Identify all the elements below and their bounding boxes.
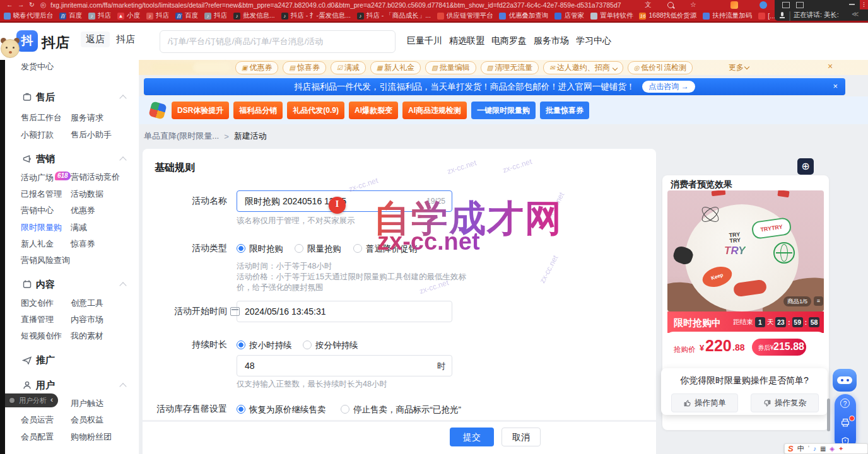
radio-normal-discount[interactable]: [353, 244, 362, 253]
radio-stop-sale[interactable]: [341, 405, 349, 414]
chevron-up-icon[interactable]: [119, 156, 126, 163]
welfare-distribution-button[interactable]: 福利品分销: [233, 102, 283, 119]
ime-keyboard-icon[interactable]: ▦: [820, 445, 826, 452]
help-icon[interactable]: ?: [840, 399, 850, 408]
bookmark-item[interactable]: 扶持流量加码: [703, 11, 752, 20]
site-info-icon[interactable]: ◎: [40, 1, 46, 8]
minimize-icon[interactable]: [849, 4, 855, 5]
newcomer-gift-pill[interactable]: ▦新人礼金: [370, 61, 421, 74]
forward-icon[interactable]: →: [18, 1, 25, 8]
submit-button[interactable]: 提交: [450, 428, 494, 446]
sidebar-item[interactable]: 小额打款: [21, 129, 54, 141]
nav-luopan[interactable]: 电商罗盘: [491, 35, 527, 47]
consult-button[interactable]: 点击咨询 →: [642, 81, 695, 93]
sidebar-item[interactable]: 服务请求: [71, 112, 103, 124]
app-logo-text[interactable]: 抖店: [42, 33, 69, 52]
sidebar-item[interactable]: 会员权益: [71, 414, 103, 426]
dsr-button[interactable]: DSR体验提升: [172, 102, 229, 119]
radio-restore-price[interactable]: [237, 405, 245, 414]
sidebar-item[interactable]: 营销中心: [21, 205, 54, 216]
nav-lianmeng[interactable]: 精选联盟: [449, 35, 484, 47]
bookmark-item[interactable]: ♪抖店: [204, 11, 227, 20]
cancel-button[interactable]: 取消: [501, 428, 541, 446]
coupon-pill[interactable]: ▣优惠券: [235, 61, 278, 74]
bookmark-item[interactable]: 供应链管理平台: [437, 11, 493, 20]
bookmark-item[interactable]: ♪抖店 - 扌-蛋发信息...: [281, 11, 351, 20]
url-bar[interactable]: fxg.jinritemai.com/ffa/marketing/tools/l…: [50, 1, 637, 9]
section-user[interactable]: 用户: [36, 380, 55, 392]
scrollbar-thumb[interactable]: [827, 399, 830, 431]
bookmark-star-icon[interactable]: ☆: [690, 1, 696, 9]
bookmark-item[interactable]: ♪抖店 - 「商品成长」...: [357, 11, 431, 20]
feedback-simple-button[interactable]: 操作简单: [671, 393, 738, 412]
chevron-up-icon[interactable]: [119, 383, 126, 390]
calendar-icon[interactable]: [230, 307, 240, 316]
back-icon[interactable]: ←: [6, 1, 13, 8]
sidebar-item[interactable]: 新人礼金: [21, 238, 54, 250]
bookmark-item[interactable]: ♪抖店: [88, 11, 111, 20]
ime-voice-icon[interactable]: ♪: [813, 445, 816, 452]
bookmark-item[interactable]: 置单转软件: [590, 11, 633, 20]
sidebar-item[interactable]: 营销活动竞价: [71, 172, 120, 183]
chevron-up-icon[interactable]: [119, 282, 126, 289]
collapse-left-icon[interactable]: ‹: [50, 395, 53, 404]
sidebar-item[interactable]: 用户触达: [71, 398, 103, 409]
sidebar-item[interactable]: 我的素材: [71, 330, 103, 342]
nav-qianchuan[interactable]: 巨量千川: [407, 35, 442, 47]
price-detect-pill[interactable]: ◎低价引流检测: [628, 61, 693, 74]
feedback-complex-button[interactable]: 操作复杂: [751, 393, 819, 412]
ime-skin-icon[interactable]: ◈: [830, 445, 835, 452]
sidebar-item[interactable]: 会员配置: [21, 431, 54, 443]
zoom-in-icon[interactable]: ⊕: [797, 158, 814, 175]
bookmark-item[interactable]: 百百度: [175, 11, 198, 20]
sidebar-item[interactable]: 售后工作台: [21, 112, 62, 124]
window-icon[interactable]: [782, 2, 790, 8]
section-marketing[interactable]: 营销: [36, 153, 55, 165]
ai-hot-button[interactable]: AI爆款裂变: [349, 102, 398, 119]
sidebar-item[interactable]: 创意工具: [71, 298, 103, 309]
radio-flash-sale[interactable]: [237, 244, 245, 253]
discount-pill[interactable]: ☑满减: [331, 61, 366, 74]
sidebar-item[interactable]: 已报名管理: [21, 189, 62, 200]
sidebar-item[interactable]: 内容市场: [71, 314, 103, 325]
promo-close-icon[interactable]: ×: [828, 61, 833, 71]
one-key-limitsales-button[interactable]: 一键限时限量购: [471, 102, 536, 119]
bookmark-item[interactable]: 优惠叠加查询: [499, 11, 548, 20]
nav-market[interactable]: 服务市场: [534, 35, 569, 47]
ime-logo[interactable]: S: [788, 444, 794, 453]
bookmark-item[interactable]: ♪批发信息...: [233, 11, 275, 20]
section-aftersale[interactable]: 售后: [36, 91, 55, 103]
gift-dropship-button[interactable]: 礼品代发(0.9): [287, 102, 344, 119]
sidebar-item[interactable]: 直播管理: [21, 314, 54, 325]
bookmark-item[interactable]: 百百度: [59, 11, 82, 20]
more-link[interactable]: 更多: [729, 62, 749, 73]
overlay-ghost-label[interactable]: 用户分析: [19, 396, 47, 405]
sidebar-item[interactable]: 活动数据: [71, 189, 103, 200]
search-icon[interactable]: [667, 2, 674, 8]
bookmark-item[interactable]: 晓春代理后台: [4, 11, 53, 20]
breadcrumb-parent[interactable]: 单品直降(限时限量...: [144, 131, 219, 142]
reload-icon[interactable]: ↻: [29, 1, 35, 8]
ai-violation-button[interactable]: AI商品违规检测: [402, 102, 467, 119]
bookmark-item[interactable]: ♪抖店: [146, 11, 169, 20]
ime-toolbar[interactable]: S 中 ’ ♪ ▦ ◈ ✦: [784, 443, 868, 454]
translate-icon[interactable]: 文: [645, 1, 652, 9]
radio-by-hour[interactable]: [237, 340, 245, 349]
batch-edit-pill[interactable]: ▧批量编辑: [425, 61, 476, 74]
section-content[interactable]: 内容: [36, 279, 55, 291]
tab-back-shop[interactable]: 返店: [81, 32, 110, 47]
radio-limit-qty[interactable]: [295, 244, 303, 253]
collapse-arrows-icon[interactable]: ≪: [852, 10, 859, 18]
nav-learn[interactable]: 学习中心: [576, 35, 611, 47]
chevron-up-icon[interactable]: [119, 95, 126, 102]
browser-menu-icon[interactable]: ⋮: [860, 0, 868, 9]
window-icon[interactable]: [796, 2, 804, 8]
sidebar-item[interactable]: 售后小助手: [71, 129, 112, 141]
sidebar-item[interactable]: 活动广场618: [21, 172, 71, 183]
sidebar-item[interactable]: 图文创作: [21, 298, 54, 309]
bookmark-item[interactable]: 161688找低价货源: [639, 11, 696, 20]
invite-pill[interactable]: ✉达人邀约、招商: [543, 61, 623, 74]
gallery-icon[interactable]: ≡: [814, 296, 823, 306]
sidebar-item[interactable]: 惊喜券: [71, 238, 95, 250]
duration-input[interactable]: 48 时: [237, 355, 452, 376]
